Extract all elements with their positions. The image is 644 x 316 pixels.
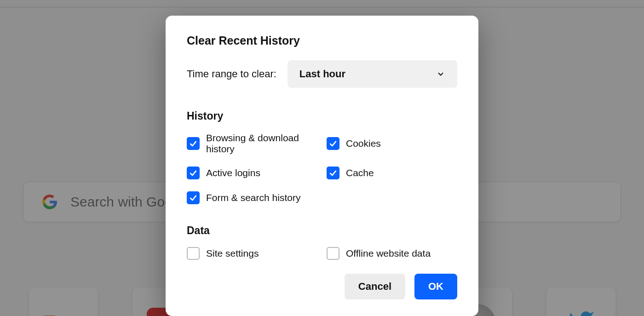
checkbox-label: Form & search history: [206, 192, 300, 203]
time-range-row: Time range to clear: Last hour: [187, 60, 457, 88]
clear-history-dialog: Clear Recent History Time range to clear…: [166, 16, 478, 316]
checkbox-label: Site settings: [206, 248, 259, 259]
checkbox-label: Active logins: [206, 167, 260, 178]
dialog-title: Clear Recent History: [187, 34, 457, 47]
checkbox-label: Browsing & download history: [206, 132, 317, 155]
checkbox-offline-website-data[interactable]: Offline website data: [327, 247, 457, 260]
checkbox-empty-icon: [327, 247, 339, 260]
checkmark-icon: [327, 137, 339, 150]
checkmark-icon: [327, 167, 339, 179]
checkbox-cache[interactable]: Cache: [327, 167, 457, 179]
time-range-label: Time range to clear:: [187, 68, 276, 80]
data-section-heading: Data: [187, 224, 457, 237]
checkbox-empty-icon: [187, 247, 200, 260]
checkbox-label: Cache: [346, 167, 374, 178]
history-checkbox-grid: Browsing & download history Cookies Acti…: [187, 132, 457, 204]
checkbox-browsing-download-history[interactable]: Browsing & download history: [187, 132, 317, 155]
checkbox-label: Offline website data: [346, 248, 431, 259]
checkbox-form-search-history[interactable]: Form & search history: [187, 191, 317, 204]
cancel-button[interactable]: Cancel: [345, 274, 405, 299]
checkbox-label: Cookies: [346, 138, 381, 149]
ok-button[interactable]: OK: [414, 274, 457, 299]
checkmark-icon: [187, 137, 200, 150]
checkbox-cookies[interactable]: Cookies: [327, 132, 457, 155]
time-range-select[interactable]: Last hour: [288, 60, 457, 88]
history-section-heading: History: [187, 110, 457, 122]
checkbox-site-settings[interactable]: Site settings: [187, 247, 317, 260]
checkmark-icon: [187, 191, 200, 204]
dialog-button-row: Cancel OK: [187, 274, 457, 299]
chevron-down-icon: [436, 69, 445, 79]
checkmark-icon: [187, 167, 200, 179]
time-range-value: Last hour: [299, 68, 345, 80]
data-checkbox-grid: Site settings Offline website data: [187, 247, 457, 260]
checkbox-active-logins[interactable]: Active logins: [187, 167, 317, 179]
